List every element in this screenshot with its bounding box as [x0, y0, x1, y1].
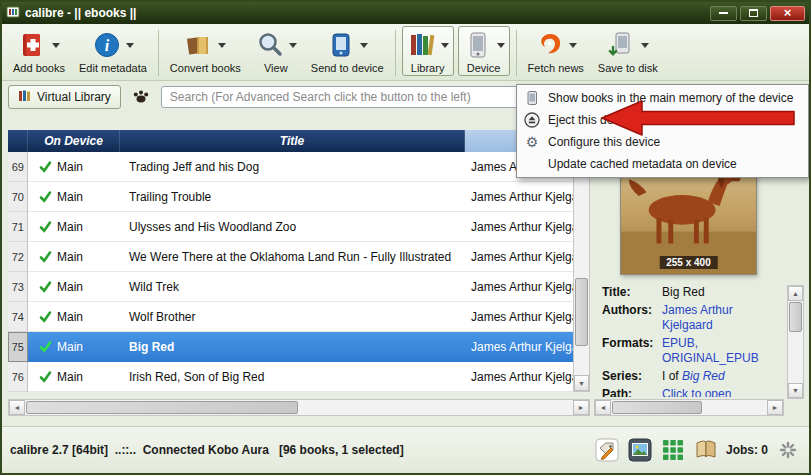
menu-item-update-cached-metadata[interactable]: Update cached metadata on device: [517, 153, 808, 175]
scroll-down-icon[interactable]: [574, 375, 589, 391]
chevron-down-icon[interactable]: [441, 43, 449, 48]
book-details-toggle-button[interactable]: [693, 437, 719, 463]
scroll-right-icon[interactable]: [767, 400, 783, 415]
cover-grid-toggle-button[interactable]: [660, 437, 686, 463]
row-number: 72: [8, 242, 28, 272]
chevron-down-icon[interactable]: [126, 43, 134, 48]
toolbar-label: View: [264, 62, 288, 74]
check-icon: [39, 370, 52, 383]
header-title[interactable]: Title: [120, 130, 465, 152]
toolbar-separator: [395, 30, 396, 76]
chevron-down-icon[interactable]: [360, 43, 368, 48]
main-toolbar: Add books i Edit metadata Convert books …: [2, 24, 809, 81]
on-device-cell: Main: [28, 152, 120, 182]
author-cell: James Arthur Kjelgaard: [465, 362, 573, 392]
toolbar-view[interactable]: View: [250, 26, 302, 76]
toolbar-edit-metadata[interactable]: i Edit metadata: [74, 26, 152, 76]
table-row[interactable]: 74 Main Wolf Brother James Arthur Kjelga…: [8, 302, 590, 332]
book-list: On Device Title 69 Main Trading Jeff and…: [8, 130, 590, 392]
table-row[interactable]: 73 Main Wild Trek James Arthur Kjelgaard: [8, 272, 590, 302]
formats-link[interactable]: EPUB, ORIGINAL_EPUB: [662, 336, 782, 366]
title-cell: Wolf Brother: [120, 302, 465, 332]
convert-books-icon: [184, 30, 214, 60]
grid-icon: [661, 438, 685, 462]
table-row[interactable]: 72 Main We Were There at the Oklahoma La…: [8, 242, 590, 272]
scroll-down-icon[interactable]: [788, 383, 803, 398]
toolbar-library[interactable]: Library: [402, 26, 454, 76]
table-horizontal-scrollbar[interactable]: [8, 399, 590, 416]
window-controls: [710, 6, 805, 21]
toolbar-fetch-news[interactable]: Fetch news: [523, 26, 589, 76]
toolbar-label: Device: [467, 62, 501, 74]
on-device-cell: Main: [28, 212, 120, 242]
jobs-spinner-button[interactable]: [775, 437, 801, 463]
close-icon: [784, 6, 792, 20]
chevron-down-icon[interactable]: [641, 43, 649, 48]
table-row-selected[interactable]: 75 Main Big Red James Arthur Kjelgaard: [8, 332, 590, 362]
check-icon: [39, 340, 52, 353]
scroll-left-icon[interactable]: [595, 400, 611, 415]
scrollbar-thumb[interactable]: [612, 401, 702, 414]
author-cell: James Arthur Kjelgaard: [465, 332, 573, 362]
maximize-button[interactable]: [740, 6, 767, 21]
scroll-right-icon[interactable]: [573, 400, 589, 415]
table-header: On Device Title: [8, 130, 590, 152]
title-cell: Ulysses and His Woodland Zoo: [120, 212, 465, 242]
table-vertical-scrollbar[interactable]: [573, 152, 590, 392]
virtual-library-icon: [18, 89, 32, 106]
title-cell: Irish Red, Son of Big Red: [120, 362, 465, 392]
cover-browser-toggle-button[interactable]: [627, 437, 653, 463]
chevron-down-icon[interactable]: [52, 43, 60, 48]
toolbar-convert-books[interactable]: Convert books: [165, 26, 246, 76]
virtual-library-button[interactable]: Virtual Library: [8, 85, 121, 109]
window-title: calibre - || ebooks ||: [25, 6, 710, 20]
row-number: 73: [8, 272, 28, 302]
title-cell: We Were There at the Oklahoma Land Run -…: [120, 242, 465, 272]
scrollbar-thumb[interactable]: [789, 302, 802, 332]
author-cell: James Arthur Kjelgaard: [465, 212, 573, 242]
title-cell: Trading Jeff and his Dog: [120, 152, 465, 182]
detail-row-authors: Authors: James Arthur Kjelgaard: [602, 303, 782, 333]
row-number: 76: [8, 362, 28, 392]
details-vertical-scrollbar[interactable]: [787, 285, 804, 399]
table-row[interactable]: 69 Main Trading Jeff and his Dog James A…: [8, 152, 590, 182]
table-row[interactable]: 70 Main Trailing Trouble James Arthur Kj…: [8, 182, 590, 212]
scroll-left-icon[interactable]: [9, 400, 25, 415]
series-link[interactable]: Big Red: [682, 369, 725, 383]
status-text: calibre 2.7 [64bit] ..::.. Connected Kob…: [10, 443, 594, 457]
details-horizontal-scrollbar[interactable]: [594, 399, 784, 416]
scrollbar-thumb[interactable]: [575, 278, 588, 346]
table-row[interactable]: 71 Main Ulysses and His Woodland Zoo Jam…: [8, 212, 590, 242]
toolbar-label: Library: [411, 62, 445, 74]
chevron-down-icon[interactable]: [289, 43, 297, 48]
check-icon: [39, 220, 52, 233]
book-details-fields: Title: Big Red Authors: James Arthur Kje…: [602, 285, 782, 397]
minimize-button[interactable]: [710, 6, 737, 21]
table-row[interactable]: 76 Main Irish Red, Son of Big Red James …: [8, 362, 590, 392]
jobs-label[interactable]: Jobs: 0: [726, 443, 768, 457]
toolbar-device[interactable]: Device: [458, 26, 510, 76]
on-device-cell: Main: [28, 302, 120, 332]
saved-search-button[interactable]: [127, 85, 155, 109]
path-link[interactable]: Click to open: [662, 387, 782, 397]
chevron-down-icon[interactable]: [569, 43, 577, 48]
titlebar: calibre - || ebooks ||: [2, 2, 809, 24]
tag-browser-toggle-button[interactable]: [594, 437, 620, 463]
chevron-down-icon[interactable]: [218, 43, 226, 48]
header-on-device[interactable]: On Device: [28, 130, 120, 152]
toolbar-send-to-device[interactable]: Send to device: [306, 26, 389, 76]
scroll-up-icon[interactable]: [788, 286, 803, 301]
check-icon: [39, 310, 52, 323]
scrollbar-thumb[interactable]: [26, 401, 298, 414]
toolbar-save-to-disk[interactable]: Save to disk: [593, 26, 663, 76]
author-link[interactable]: James Arthur Kjelgaard: [662, 303, 782, 333]
on-device-cell: Main: [28, 332, 120, 362]
toolbar-add-books[interactable]: Add books: [8, 26, 70, 76]
view-icon: [255, 30, 285, 60]
author-cell: James Arthur Kjelgaard: [465, 182, 573, 212]
row-number: 70: [8, 182, 28, 212]
detail-row-title: Title: Big Red: [602, 285, 782, 300]
close-button[interactable]: [770, 6, 805, 21]
chevron-down-icon[interactable]: [497, 43, 505, 48]
check-icon: [39, 280, 52, 293]
